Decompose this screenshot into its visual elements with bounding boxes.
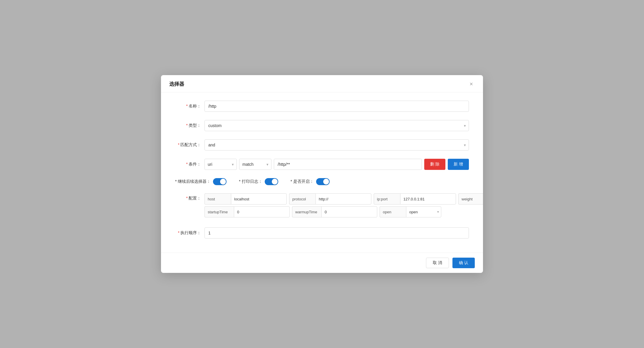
- cancel-button[interactable]: 取 消: [426, 258, 449, 268]
- is-open-thumb: [323, 179, 329, 185]
- conditions-row: uri host method header ▾ match equal pre…: [204, 159, 469, 170]
- confirm-button[interactable]: 确 认: [452, 258, 475, 268]
- config-ipport-group: ip:port: [374, 193, 456, 205]
- config-open-label: open: [380, 206, 406, 217]
- condition-required-star: *: [186, 162, 188, 166]
- dialog-title: 选择器: [169, 81, 184, 87]
- dialog: 选择器 × *名称： *类型： custom default ▾: [161, 75, 483, 273]
- match-select[interactable]: and or: [204, 139, 469, 151]
- type-select[interactable]: custom default: [204, 120, 469, 131]
- config-weight-label: weight: [458, 193, 483, 205]
- print-log-label: * 打印日志：: [239, 179, 262, 184]
- condition-uri-select[interactable]: uri host method header: [204, 159, 237, 170]
- type-label: *类型：: [175, 123, 204, 128]
- config-row-1: host protocol ip:port weight: [204, 193, 483, 205]
- config-host-group: host: [204, 193, 287, 205]
- condition-label: *条件：: [175, 162, 204, 167]
- config-required-star: *: [186, 196, 188, 200]
- name-input[interactable]: [204, 101, 469, 112]
- type-select-wrapper: custom default ▾: [204, 120, 469, 131]
- name-row: *名称：: [175, 101, 469, 112]
- toggles-row: * 继续后续选择器： * 打印日志： * 是否开启：: [175, 178, 469, 185]
- order-required-star: *: [178, 230, 180, 235]
- match-row: *匹配方式： and or ▾: [175, 139, 469, 151]
- config-warmup-group: warmupTime: [292, 206, 377, 217]
- config-protocol-input[interactable]: [316, 193, 371, 205]
- print-log-toggle[interactable]: [265, 178, 278, 185]
- order-input[interactable]: [204, 227, 469, 239]
- dialog-body: *名称： *类型： custom default ▾ *匹配方式：: [161, 92, 483, 253]
- config-host-input[interactable]: [231, 193, 287, 205]
- config-open-group: open open close ▾: [380, 206, 441, 217]
- continue-selector-toggle[interactable]: [213, 178, 227, 185]
- name-required-star: *: [186, 104, 188, 108]
- is-open-toggle[interactable]: [316, 178, 330, 185]
- config-ipport-label: ip:port: [374, 193, 400, 205]
- is-open-label: * 是否开启：: [291, 179, 314, 184]
- condition-uri-wrapper: uri host method header ▾: [204, 159, 237, 170]
- config-protocol-group: protocol: [289, 193, 371, 205]
- type-required-star: *: [186, 123, 188, 128]
- config-open-select[interactable]: open close: [406, 206, 441, 217]
- condition-match-wrapper: match equal prefix regex ▾: [239, 159, 271, 170]
- config-label: *配置：: [175, 193, 204, 201]
- match-label: *匹配方式：: [175, 142, 204, 148]
- config-ipport-input[interactable]: [400, 193, 456, 205]
- condition-row: *条件： uri host method header ▾ match equa…: [175, 159, 469, 170]
- condition-delete-button[interactable]: 删 除: [424, 159, 445, 170]
- type-row: *类型： custom default ▾: [175, 120, 469, 131]
- match-select-wrapper: and or ▾: [204, 139, 469, 151]
- dialog-footer: 取 消 确 认: [161, 253, 483, 273]
- config-weight-group: weight: [458, 193, 483, 205]
- print-log-group: * 打印日志：: [239, 178, 278, 185]
- config-table: host protocol ip:port weight: [204, 193, 483, 219]
- config-host-label: host: [204, 193, 231, 205]
- dialog-header: 选择器 ×: [161, 75, 483, 92]
- condition-value-input[interactable]: [274, 159, 422, 170]
- config-startup-group: startupTime: [204, 206, 290, 217]
- close-button[interactable]: ×: [468, 80, 475, 87]
- continue-selector-label: * 继续后续选择器：: [175, 179, 211, 184]
- config-protocol-label: protocol: [289, 193, 316, 205]
- continue-selector-group: * 继续后续选择器：: [175, 178, 227, 185]
- is-open-group: * 是否开启：: [291, 178, 330, 185]
- config-warmup-label: warmupTime: [292, 206, 321, 217]
- print-log-thumb: [272, 179, 278, 185]
- condition-add-button[interactable]: 新 增: [448, 159, 469, 170]
- match-required-star: *: [178, 142, 180, 147]
- config-row: *配置： host protocol ip:port: [175, 193, 469, 219]
- condition-match-select[interactable]: match equal prefix regex: [239, 159, 271, 170]
- config-startup-input[interactable]: [234, 206, 290, 217]
- order-label: *执行顺序：: [175, 230, 204, 236]
- config-warmup-input[interactable]: [321, 206, 377, 217]
- name-label: *名称：: [175, 104, 204, 109]
- config-row-2: startupTime warmupTime open open close ▾: [204, 206, 483, 217]
- order-row: *执行顺序：: [175, 227, 469, 239]
- config-startup-label: startupTime: [204, 206, 234, 217]
